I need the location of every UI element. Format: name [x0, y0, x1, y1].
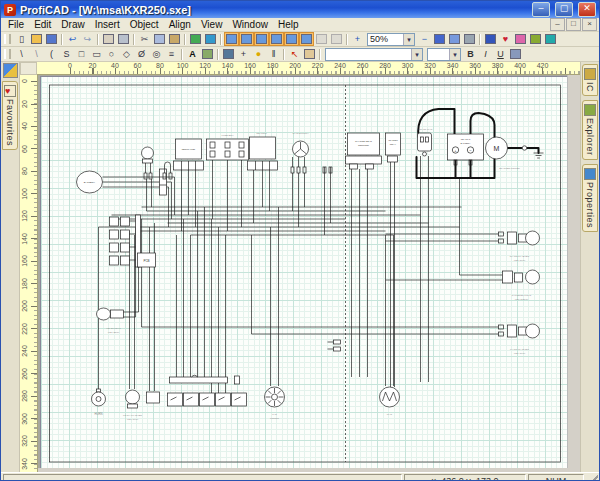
resize-grip[interactable] [586, 474, 598, 481]
align-right-icon[interactable] [254, 32, 269, 46]
close-button[interactable]: ✕ [578, 2, 596, 17]
mdi-close-button[interactable]: × [582, 18, 597, 31]
new-icon[interactable]: ▯ [14, 32, 29, 46]
regulator-symbol[interactable]: REGULATOR [174, 139, 204, 170]
rectangle-tool-icon[interactable]: □ [74, 47, 89, 61]
align-left-icon[interactable] [224, 32, 239, 46]
fuse-box-symbol[interactable]: FUSE BOX [207, 134, 249, 160]
zoom-out-icon[interactable]: − [417, 32, 432, 46]
starter-relay-symbol[interactable]: STARTER RELAY [386, 133, 401, 162]
wiring-diagram[interactable]: BATTERY [41, 77, 569, 469]
magneto-symbol[interactable]: MAG [380, 387, 400, 416]
cdi-unit-symbol[interactable]: CDI UNIT [248, 132, 278, 170]
gate-tool-icon[interactable] [221, 47, 236, 61]
battery-12v-symbol[interactable]: 12V 18Ah BATTERY + − [448, 134, 484, 165]
text-tool-icon[interactable]: A [185, 47, 200, 61]
menu-edit[interactable]: Edit [29, 19, 56, 30]
polygon-tool-icon[interactable]: ◇ [119, 47, 134, 61]
wire-network[interactable] [99, 156, 503, 393]
drawing-canvas[interactable]: BATTERY [38, 75, 580, 472]
panel-icon[interactable] [3, 63, 18, 78]
symbols-plants-icon[interactable] [528, 32, 543, 46]
cut-icon[interactable]: ✂ [137, 32, 152, 46]
menu-align[interactable]: Align [164, 19, 196, 30]
bezier-tool-icon[interactable]: S [59, 47, 74, 61]
align-center-icon[interactable] [239, 32, 254, 46]
battery-symbol[interactable]: BATTERY [77, 171, 103, 193]
menu-help[interactable]: Help [273, 19, 304, 30]
tab-favourites[interactable]: ♥ Favourites [2, 81, 18, 150]
start-mag-symbol[interactable]: START MAG [418, 128, 433, 156]
text-zoom-icon[interactable] [508, 47, 523, 61]
image-view-icon[interactable] [203, 32, 218, 46]
copy-icon[interactable] [152, 32, 167, 46]
vertical-ruler[interactable]: 0204060801001201401601802002202402602803… [20, 75, 38, 472]
combo-dropdown-icon[interactable]: ▾ [403, 34, 414, 45]
mdi-restore-button[interactable]: □ [566, 18, 581, 31]
save-icon[interactable] [44, 32, 59, 46]
align-bottom-icon[interactable] [299, 32, 314, 46]
tail-stop-light-symbol[interactable]: TAIL/STOP LIGHT (12V 5/21W) [503, 270, 540, 301]
bold-button[interactable]: B [463, 47, 478, 61]
tab-ic[interactable]: IC [582, 64, 598, 96]
title-bar[interactable]: P ProfiCAD - [W:\msa\KXR250.sxe] – ▢ ✕ [1, 1, 599, 18]
symbols-ic-icon[interactable] [543, 32, 558, 46]
arc-tool-icon[interactable]: ( [44, 47, 59, 61]
symbols-gates-icon[interactable] [483, 32, 498, 46]
pins-tool-icon[interactable]: ‖ [266, 47, 281, 61]
image-tool-icon[interactable] [200, 47, 215, 61]
font-combo[interactable]: ▾ [325, 48, 423, 61]
same-size-icon[interactable] [314, 32, 329, 46]
fit-page-icon[interactable] [432, 32, 447, 46]
horizontal-scrollbar[interactable] [38, 468, 568, 472]
pan-tool-icon[interactable] [302, 47, 317, 61]
menu-object[interactable]: Object [125, 19, 164, 30]
align-middle-icon[interactable] [284, 32, 299, 46]
polyline-tool-icon[interactable]: \ [29, 47, 44, 61]
italic-button[interactable]: I [478, 47, 493, 61]
settings-icon[interactable] [462, 32, 477, 46]
print-icon[interactable] [116, 32, 131, 46]
node-tool-icon[interactable]: ● [251, 47, 266, 61]
junction-tool-icon[interactable]: + [236, 47, 251, 61]
schematic-page[interactable]: BATTERY [40, 76, 570, 470]
tab-properties[interactable]: Properties [582, 164, 598, 232]
ellipse-tool-icon[interactable]: ○ [104, 47, 119, 61]
symbols-favorites-icon[interactable]: ♥ [498, 32, 513, 46]
menu-file[interactable]: File [3, 19, 29, 30]
rounded-rect-tool-icon[interactable]: ▭ [89, 47, 104, 61]
redo-icon[interactable]: ↪ [80, 32, 95, 46]
rh-rr-flasher-symbol[interactable]: RH RR FLASHER (12V 10W) [499, 231, 540, 262]
menu-draw[interactable]: Draw [56, 19, 89, 30]
line-tool-icon[interactable]: \ [14, 47, 29, 61]
minimize-button[interactable]: – [532, 2, 550, 17]
main-switch-symbol[interactable]: MAIN SWITCH [291, 132, 309, 173]
menu-insert[interactable]: Insert [90, 19, 125, 30]
open-icon[interactable] [29, 32, 44, 46]
zoom-combo[interactable]: 50%▾ [367, 33, 415, 46]
underline-button[interactable]: U [493, 47, 508, 61]
head-light-symbol[interactable]: HEAD LIGHT (12V 35W) [97, 308, 124, 334]
image-export-icon[interactable] [188, 32, 203, 46]
vertical-scrollbar[interactable] [567, 75, 580, 472]
circle-dot-tool-icon[interactable]: ◎ [149, 47, 164, 61]
mid-connectors[interactable] [328, 340, 341, 351]
toolbar-grip[interactable] [4, 34, 11, 44]
switch-assembly[interactable] [168, 375, 247, 406]
menu-window[interactable]: Window [227, 19, 273, 30]
toolbar-grip[interactable] [4, 49, 11, 59]
connector-stack[interactable]: PCB [110, 215, 156, 267]
combo-dropdown-icon[interactable]: ▾ [449, 49, 460, 60]
circle-slash-tool-icon[interactable]: Ø [134, 47, 149, 61]
maximize-button[interactable]: ▢ [555, 2, 573, 17]
select-tool-icon[interactable]: ↖ [287, 47, 302, 61]
tab-explorer[interactable]: Explorer [582, 100, 598, 160]
size-combo[interactable]: ▾ [427, 48, 461, 61]
horizontal-ruler[interactable]: 0204060801001201401601802002202402602803… [37, 62, 580, 75]
zoom-in-icon[interactable]: + [350, 32, 365, 46]
menu-view[interactable]: View [196, 19, 228, 30]
starter-motor-symbol[interactable]: M STARTER MOTOR [486, 137, 520, 170]
combo-dropdown-icon[interactable]: ▾ [411, 49, 422, 60]
space-evenly-icon[interactable] [329, 32, 344, 46]
align-top-icon[interactable] [269, 32, 284, 46]
